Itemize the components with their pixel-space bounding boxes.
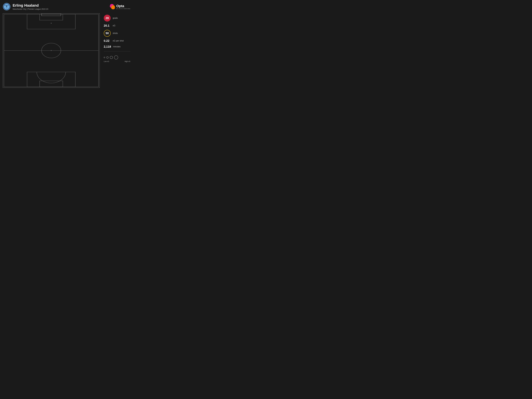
xg-per-shot-value: 0.22 [104, 39, 111, 43]
svg-rect-11 [27, 14, 76, 29]
legend-section: Low xG High xG [104, 56, 130, 62]
pitch-container [3, 13, 100, 88]
legend-labels: Low xG High xG [104, 61, 130, 62]
pitch-svg [3, 13, 100, 88]
soccer-pitch [3, 13, 100, 88]
goals-value: 28 [106, 16, 109, 20]
legend-circle-md [110, 56, 113, 59]
player-name: Erling Haaland [13, 3, 48, 8]
goals-stat-row: 28 goals [104, 15, 130, 22]
legend-circle-xs [104, 57, 105, 58]
legend-circles [104, 56, 130, 59]
goals-label: goals [113, 17, 118, 19]
shots-label: shots [113, 32, 118, 34]
page-header: MANCHESTER CITY ★ ★ Erling Haaland Manch… [3, 3, 130, 11]
xg-stat-row: 20.1 xG [104, 24, 130, 27]
opta-sub-label: BY STATS PERFORM [116, 8, 130, 9]
minutes-label: minutes [113, 45, 120, 48]
xg-label: xG [113, 25, 115, 27]
main-content: 28 goals 20.1 xG 90 shots 0.22 xG per sh… [3, 13, 130, 88]
player-info: Erling Haaland Manchester City | Premier… [13, 3, 48, 10]
shots-stat-row: 90 shots [104, 30, 130, 37]
svg-point-17 [51, 50, 52, 51]
shots-badge: 90 [104, 30, 111, 37]
svg-rect-10 [40, 14, 63, 20]
opta-main-label: Opta [116, 4, 130, 8]
shots-value: 90 [106, 32, 109, 35]
legend-high-label: High xG [125, 61, 130, 62]
svg-rect-9 [42, 13, 61, 16]
xg-per-shot-label: xG per shot [113, 40, 124, 42]
svg-point-16 [51, 23, 52, 24]
player-header-left: MANCHESTER CITY ★ ★ Erling Haaland Manch… [3, 3, 48, 11]
stats-divider [104, 51, 130, 51]
player-subtitle: Manchester City | Premier League 2022-23 [13, 8, 48, 10]
svg-rect-5 [6, 6, 7, 7]
svg-rect-14 [27, 72, 76, 87]
svg-rect-15 [40, 81, 63, 87]
xg-value: 20.1 [104, 24, 111, 27]
club-badge: MANCHESTER CITY ★ ★ [3, 3, 11, 11]
xg-per-shot-stat-row: 0.22 xG per shot [104, 39, 130, 43]
stats-panel: 28 goals 20.1 xG 90 shots 0.22 xG per sh… [104, 13, 130, 62]
legend-low-label: Low xG [104, 61, 109, 62]
legend-circle-sm [106, 56, 108, 58]
opta-brand-icon [108, 3, 115, 10]
legend-circle-lg [114, 56, 118, 59]
svg-text:MANCHESTER: MANCHESTER [4, 5, 9, 6]
minutes-value: 2,118 [104, 45, 111, 48]
opta-text: Opta BY STATS PERFORM [116, 4, 130, 9]
opta-logo: Opta BY STATS PERFORM [108, 3, 130, 10]
goals-badge: 28 [104, 15, 111, 22]
minutes-stat-row: 2,118 minutes [104, 45, 130, 48]
svg-text:CITY: CITY [6, 8, 7, 8]
